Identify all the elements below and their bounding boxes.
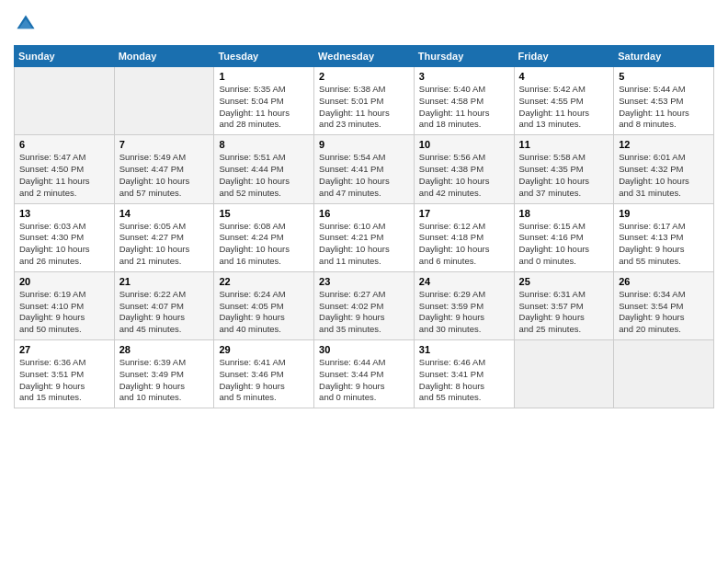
cell-content: Daylight: 10 hours [219, 244, 309, 256]
cell-content: and 42 minutes. [419, 188, 509, 200]
cell-content: Daylight: 9 hours [119, 381, 210, 393]
calendar-cell: 21Sunrise: 6:22 AMSunset: 4:07 PMDayligh… [114, 271, 214, 339]
calendar-cell: 13Sunrise: 6:03 AMSunset: 4:30 PMDayligh… [15, 203, 115, 271]
day-number: 5 [619, 71, 709, 82]
calendar-cell: 22Sunrise: 6:24 AMSunset: 4:05 PMDayligh… [214, 271, 314, 339]
cell-content: Daylight: 9 hours [619, 244, 709, 256]
day-number: 30 [319, 344, 409, 355]
calendar-cell: 24Sunrise: 6:29 AMSunset: 3:59 PMDayligh… [414, 271, 514, 339]
cell-content: Daylight: 9 hours [319, 381, 409, 393]
calendar-cell: 23Sunrise: 6:27 AMSunset: 4:02 PMDayligh… [314, 271, 415, 339]
calendar-cell: 29Sunrise: 6:41 AMSunset: 3:46 PMDayligh… [214, 340, 314, 408]
calendar-cell: 7Sunrise: 5:49 AMSunset: 4:47 PMDaylight… [114, 135, 214, 203]
cell-content: Sunrise: 6:36 AM [19, 357, 109, 369]
cell-content: Sunset: 4:47 PM [119, 164, 210, 176]
calendar-cell [15, 67, 115, 135]
cell-content: Sunset: 4:38 PM [419, 164, 509, 176]
cell-content: and 10 minutes. [119, 392, 210, 404]
cell-content: and 2 minutes. [19, 188, 109, 200]
cell-content: Daylight: 10 hours [19, 244, 109, 256]
day-header: Thursday [414, 46, 514, 67]
cell-content: Sunset: 4:13 PM [619, 232, 709, 244]
cell-content: Daylight: 9 hours [219, 312, 309, 324]
cell-content: Daylight: 11 hours [319, 108, 409, 120]
cell-content: Daylight: 10 hours [519, 176, 609, 188]
day-number: 4 [519, 71, 609, 82]
day-number: 27 [19, 344, 109, 355]
cell-content: and 37 minutes. [519, 188, 609, 200]
day-header: Friday [514, 46, 614, 67]
cell-content: and 45 minutes. [119, 324, 210, 336]
cell-content: Sunrise: 6:01 AM [619, 152, 709, 164]
cell-content: Sunrise: 5:40 AM [419, 84, 509, 96]
calendar-cell: 30Sunrise: 6:44 AMSunset: 3:44 PMDayligh… [314, 340, 415, 408]
cell-content: and 15 minutes. [19, 392, 109, 404]
cell-content: Daylight: 9 hours [19, 381, 109, 393]
cell-content: Sunrise: 5:49 AM [119, 152, 210, 164]
cell-content: Sunrise: 5:47 AM [19, 152, 109, 164]
cell-content: Sunrise: 6:08 AM [219, 221, 309, 233]
day-number: 13 [19, 208, 109, 219]
cell-content: and 13 minutes. [519, 119, 609, 131]
calendar-cell: 9Sunrise: 5:54 AMSunset: 4:41 PMDaylight… [314, 135, 415, 203]
cell-content: Sunset: 4:10 PM [19, 301, 109, 313]
cell-content: Daylight: 10 hours [119, 244, 210, 256]
day-number: 12 [619, 139, 709, 150]
cell-content: Sunset: 3:44 PM [319, 369, 409, 381]
cell-content: and 47 minutes. [319, 188, 409, 200]
cell-content: Sunset: 3:49 PM [119, 369, 210, 381]
day-number: 6 [19, 139, 109, 150]
day-number: 1 [219, 71, 309, 82]
cell-content: and 0 minutes. [319, 392, 409, 404]
cell-content: Sunset: 4:44 PM [219, 164, 309, 176]
calendar-cell: 16Sunrise: 6:10 AMSunset: 4:21 PMDayligh… [314, 203, 415, 271]
cell-content: Sunset: 4:58 PM [419, 96, 509, 108]
cell-content: Sunset: 5:01 PM [319, 96, 409, 108]
calendar-cell: 6Sunrise: 5:47 AMSunset: 4:50 PMDaylight… [15, 135, 115, 203]
cell-content: and 55 minutes. [419, 392, 509, 404]
day-number: 22 [219, 276, 309, 287]
cell-content: Sunrise: 6:46 AM [419, 357, 509, 369]
day-number: 17 [419, 208, 509, 219]
day-number: 11 [519, 139, 609, 150]
cell-content: and 26 minutes. [19, 256, 109, 268]
calendar-week-row: 1Sunrise: 5:35 AMSunset: 5:04 PMDaylight… [15, 67, 714, 135]
cell-content: and 0 minutes. [519, 256, 609, 268]
day-number: 2 [319, 71, 409, 82]
cell-content: Sunrise: 5:58 AM [519, 152, 609, 164]
day-header: Tuesday [214, 46, 314, 67]
calendar-cell: 27Sunrise: 6:36 AMSunset: 3:51 PMDayligh… [15, 340, 115, 408]
cell-content: Sunset: 4:02 PM [319, 301, 409, 313]
calendar-cell: 8Sunrise: 5:51 AMSunset: 4:44 PMDaylight… [214, 135, 314, 203]
cell-content: and 25 minutes. [519, 324, 609, 336]
cell-content: Sunset: 4:05 PM [219, 301, 309, 313]
page: SundayMondayTuesdayWednesdayThursdayFrid… [0, 0, 728, 563]
calendar-cell [614, 340, 714, 408]
cell-content: Sunrise: 6:27 AM [319, 289, 409, 301]
day-header: Sunday [15, 46, 115, 67]
cell-content: Sunrise: 6:29 AM [419, 289, 509, 301]
calendar-cell: 12Sunrise: 6:01 AMSunset: 4:32 PMDayligh… [614, 135, 714, 203]
calendar-cell: 20Sunrise: 6:19 AMSunset: 4:10 PMDayligh… [15, 271, 115, 339]
day-number: 20 [19, 276, 109, 287]
cell-content: and 28 minutes. [219, 119, 309, 131]
day-number: 19 [619, 208, 709, 219]
calendar-cell: 10Sunrise: 5:56 AMSunset: 4:38 PMDayligh… [414, 135, 514, 203]
cell-content: and 8 minutes. [619, 119, 709, 131]
cell-content: Sunrise: 6:24 AM [219, 289, 309, 301]
cell-content: Daylight: 11 hours [519, 108, 609, 120]
calendar-cell: 18Sunrise: 6:15 AMSunset: 4:16 PMDayligh… [514, 203, 614, 271]
day-number: 25 [519, 276, 609, 287]
day-number: 3 [419, 71, 509, 82]
cell-content: and 6 minutes. [419, 256, 509, 268]
calendar-cell: 28Sunrise: 6:39 AMSunset: 3:49 PMDayligh… [114, 340, 214, 408]
cell-content: Sunrise: 5:35 AM [219, 84, 309, 96]
cell-content: Sunset: 3:46 PM [219, 369, 309, 381]
cell-content: Sunset: 4:35 PM [519, 164, 609, 176]
calendar-cell: 11Sunrise: 5:58 AMSunset: 4:35 PMDayligh… [514, 135, 614, 203]
cell-content: Sunrise: 5:54 AM [319, 152, 409, 164]
cell-content: Daylight: 9 hours [319, 312, 409, 324]
cell-content: and 31 minutes. [619, 188, 709, 200]
cell-content: Sunset: 4:21 PM [319, 232, 409, 244]
calendar-cell [114, 67, 214, 135]
